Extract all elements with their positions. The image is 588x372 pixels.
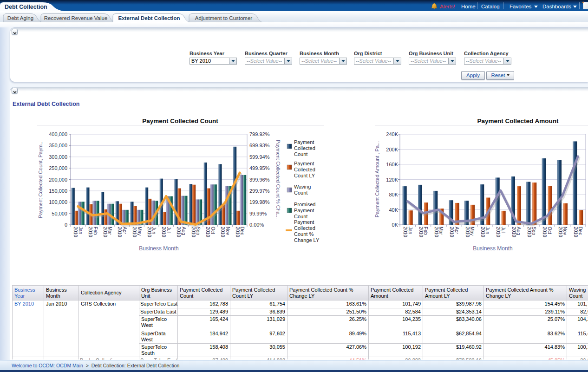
- svg-text:Feb2010: Feb2010: [418, 227, 429, 237]
- svg-text:Payment Collected Amount , Pa.: Payment Collected Amount , Pa...: [374, 141, 380, 217]
- svg-text:0: 0: [65, 222, 67, 228]
- svg-text:PaymentCollectedCount LY: PaymentCollectedCount LY: [294, 161, 315, 178]
- svg-text:PaymentCollectedCount: PaymentCollectedCount: [294, 139, 315, 157]
- svg-text:Apr2010: Apr2010: [449, 227, 459, 237]
- svg-text:WavingCount: WavingCount: [294, 184, 311, 196]
- svg-text:99.99%: 99.99%: [249, 211, 267, 216]
- svg-text:Business Month: Business Month: [473, 245, 512, 252]
- svg-text:250,000: 250,000: [49, 165, 67, 171]
- svg-text:799.92%: 799.92%: [249, 131, 270, 137]
- svg-text:Apr2010: Apr2010: [117, 227, 127, 237]
- svg-text:Jul2010: Jul2010: [496, 227, 506, 237]
- svg-text:Business Month: Business Month: [139, 245, 178, 252]
- svg-text:Jan2010: Jan2010: [403, 227, 413, 237]
- svg-text:299.97%: 299.97%: [249, 188, 270, 194]
- svg-text:PaymentCollectedCount %Change: PaymentCollectedCount %Change LY: [294, 219, 320, 243]
- svg-text:100,000: 100,000: [49, 199, 67, 205]
- svg-text:Sep2010: Sep2010: [191, 227, 201, 237]
- svg-text:240K: 240K: [386, 131, 398, 137]
- svg-text:199.98%: 199.98%: [249, 199, 270, 205]
- svg-text:Jan2010: Jan2010: [73, 227, 83, 237]
- svg-text:PromisedPaymentCount: PromisedPaymentCount: [294, 202, 315, 219]
- svg-text:May2010: May2010: [465, 227, 475, 237]
- svg-text:Payment Collected Count: Payment Collected Count: [142, 117, 218, 124]
- svg-text:Sep2010: Sep2010: [527, 227, 537, 237]
- svg-text:Mar2010: Mar2010: [434, 227, 444, 237]
- svg-text:Jun2010: Jun2010: [480, 227, 490, 237]
- svg-text:80K: 80K: [389, 192, 398, 197]
- svg-text:Payment Collected Amount: Payment Collected Amount: [477, 117, 559, 124]
- svg-text:699.93%: 699.93%: [249, 143, 270, 148]
- svg-text:Feb2010: Feb2010: [88, 227, 98, 237]
- svg-text:160K: 160K: [386, 162, 398, 167]
- svg-text:50,000: 50,000: [52, 211, 67, 216]
- svg-text:Aug2010: Aug2010: [511, 227, 522, 237]
- svg-text:Oct2010: Oct2010: [205, 227, 216, 237]
- svg-text:200,000: 200,000: [49, 177, 67, 183]
- svg-text:Nov2010: Nov2010: [220, 227, 230, 237]
- svg-text:0K: 0K: [392, 222, 399, 228]
- svg-text:Mar2010: Mar2010: [103, 227, 113, 237]
- svg-text:350,000: 350,000: [49, 143, 67, 148]
- svg-text:599.94%: 599.94%: [249, 154, 270, 160]
- svg-text:300,000: 300,000: [49, 154, 67, 160]
- svg-text:400,000: 400,000: [49, 131, 67, 137]
- svg-text:399.96%: 399.96%: [249, 177, 270, 183]
- svg-text:Jun2010: Jun2010: [147, 227, 157, 237]
- svg-text:Dec2010: Dec2010: [235, 227, 245, 237]
- svg-text:0.00%: 0.00%: [249, 222, 264, 228]
- svg-text:Oct2010: Oct2010: [542, 227, 552, 237]
- svg-text:40K: 40K: [389, 207, 398, 213]
- svg-text:499.95%: 499.95%: [249, 165, 270, 171]
- svg-text:150,000: 150,000: [49, 188, 67, 194]
- svg-text:Aug2010: Aug2010: [176, 227, 186, 237]
- svg-text:Payment Collected Count, Paym.: Payment Collected Count, Paym...: [38, 140, 43, 218]
- svg-text:Nov2010: Nov2010: [558, 227, 568, 237]
- svg-text:Dec2010: Dec2010: [573, 227, 583, 237]
- svg-text:200K: 200K: [386, 147, 398, 152]
- svg-text:Payment Collected Count % Cha.: Payment Collected Count % Cha...: [275, 140, 281, 219]
- svg-text:May2010: May2010: [132, 227, 142, 237]
- svg-text:Jul2010: Jul2010: [161, 227, 171, 237]
- svg-text:120K: 120K: [386, 177, 398, 183]
